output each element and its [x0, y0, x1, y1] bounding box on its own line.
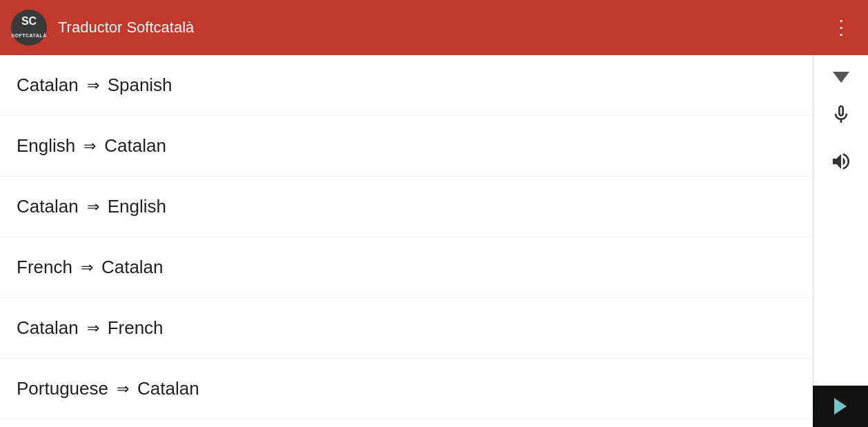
list-item[interactable]: Catalan ⇒ French — [0, 298, 813, 359]
list-item-text: Catalan ⇒ Spanish — [17, 75, 172, 96]
source-language: French — [17, 257, 72, 278]
target-language: English — [108, 196, 166, 217]
translation-list: Catalan ⇒ SpanishEnglish ⇒ CatalanCatala… — [0, 55, 813, 427]
source-language: Catalan — [17, 196, 79, 217]
ad-banner — [813, 386, 868, 427]
target-language: Catalan — [104, 135, 166, 157]
speaker-icon — [830, 150, 852, 172]
app-logo: SCSOFTCATALÀ — [11, 10, 47, 46]
right-sidebar — [813, 55, 868, 427]
microphone-icon — [830, 103, 852, 126]
target-language: Catalan — [137, 378, 199, 399]
source-language: Portuguese — [17, 378, 108, 399]
source-language: Catalan — [17, 75, 79, 96]
main-content: Catalan ⇒ SpanishEnglish ⇒ CatalanCatala… — [0, 55, 868, 427]
list-item-text: Catalan ⇒ French — [17, 317, 164, 339]
list-item-text: English ⇒ Catalan — [17, 135, 166, 157]
arrow-icon: ⇒ — [87, 198, 99, 216]
list-item[interactable]: Portuguese ⇒ Catalan — [0, 359, 813, 419]
target-language: Spanish — [108, 75, 172, 96]
source-language: Catalan — [17, 317, 79, 339]
list-item[interactable]: English ⇒ Catalan — [0, 116, 813, 177]
arrow-icon: ⇒ — [117, 380, 129, 398]
arrow-icon: ⇒ — [87, 77, 99, 95]
dropdown-icon[interactable] — [833, 72, 849, 83]
arrow-icon: ⇒ — [87, 319, 99, 337]
list-item-text: Catalan ⇒ English — [17, 196, 166, 217]
target-language: Catalan — [101, 257, 164, 278]
list-item[interactable]: Catalan ⇒ English — [0, 177, 813, 237]
app-header: SCSOFTCATALÀ Traductor Softcatalà ⋮ — [0, 0, 868, 55]
list-item[interactable]: Catalan ⇒ Spanish — [0, 55, 813, 116]
logo-text: SCSOFTCATALÀ — [11, 15, 46, 39]
ad-arrow-icon — [834, 398, 847, 415]
microphone-button[interactable] — [820, 94, 862, 135]
overflow-menu-button[interactable]: ⋮ — [826, 12, 857, 43]
list-item-text: French ⇒ Catalan — [17, 257, 164, 278]
speaker-button[interactable] — [820, 141, 862, 182]
arrow-icon: ⇒ — [81, 259, 93, 277]
list-item-text: Portuguese ⇒ Catalan — [17, 378, 199, 399]
list-item[interactable]: French ⇒ Catalan — [0, 237, 813, 298]
app-title: Traductor Softcatalà — [58, 19, 826, 37]
arrow-icon: ⇒ — [83, 137, 96, 155]
source-language: English — [17, 135, 75, 157]
target-language: French — [108, 317, 164, 339]
